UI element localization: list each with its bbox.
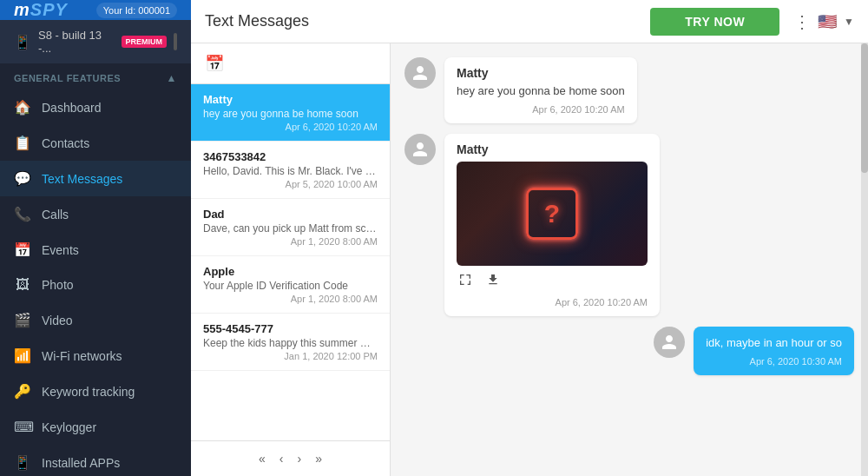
- message-date: Jan 1, 2020 12:00 PM: [203, 351, 378, 361]
- sidebar-item-events[interactable]: 📅 Events: [0, 232, 191, 268]
- sidebar-item-calls[interactable]: 📞 Calls: [0, 196, 191, 232]
- device-icon: 📱: [14, 34, 31, 50]
- main-area: Text Messages TRY NOW ⋮ 🇺🇸 ▼ 📅 Matty hey…: [191, 0, 868, 476]
- chat-panel: Matty hey are you gonna be home soon Apr…: [391, 43, 868, 476]
- sidebar-item-wifi[interactable]: 📶 Wi-Fi networks: [0, 338, 191, 374]
- prev-page-button[interactable]: ‹: [274, 448, 289, 469]
- sidebar-item-text-messages[interactable]: 💬 Text Messages: [0, 161, 191, 196]
- message-preview: Dave, can you pick up Matt from schoo...: [203, 222, 378, 235]
- list-item[interactable]: 3467533842 Hello, David. This is Mr. Bla…: [191, 142, 390, 199]
- last-page-button[interactable]: »: [310, 448, 327, 469]
- events-icon: 📅: [14, 241, 31, 258]
- content-area: 📅 Matty hey are you gonna be home soon A…: [191, 43, 868, 476]
- sidebar-item-photo[interactable]: 🖼 Photo: [0, 268, 191, 302]
- message-list-panel: 📅 Matty hey are you gonna be home soon A…: [191, 43, 391, 476]
- sidebar-item-label: Keylogger: [42, 420, 96, 434]
- chat-scrollbar-thumb: [861, 43, 868, 173]
- avatar: [404, 57, 436, 89]
- sidebar-nav: 🏠 Dashboard 📋 Contacts 💬 Text Messages 📞…: [0, 89, 191, 476]
- sidebar-item-label: Dashboard: [42, 101, 102, 115]
- message-bubble-with-image: Matty ?: [444, 134, 660, 316]
- message-preview: Your Apple ID Verification Code: [203, 280, 378, 292]
- sidebar-item-label: Text Messages: [42, 172, 122, 186]
- sidebar-item-label: Wi-Fi networks: [42, 349, 122, 363]
- top-bar: Text Messages TRY NOW ⋮ 🇺🇸 ▼: [191, 0, 868, 43]
- dropdown-chevron-icon[interactable]: ▼: [844, 16, 854, 28]
- sidebar-item-video[interactable]: 🎬 Video: [0, 302, 191, 338]
- message-date: Apr 1, 2020 8:00 AM: [203, 236, 378, 247]
- sidebar-item-contacts[interactable]: 📋 Contacts: [0, 125, 191, 161]
- message-bubble-wrapper-outgoing: idk, maybe in an hour or so Apr 6, 2020 …: [404, 327, 854, 375]
- more-options-icon[interactable]: ⋮: [793, 11, 811, 32]
- list-item[interactable]: 555-4545-777 Keep the kids happy this su…: [191, 314, 390, 371]
- flag-icon[interactable]: 🇺🇸: [818, 12, 837, 31]
- first-page-button[interactable]: «: [253, 448, 271, 469]
- sidebar-item-label: Events: [42, 243, 79, 257]
- contact-name: Dad: [203, 208, 378, 221]
- bubble-time: Apr 6, 2020 10:30 AM: [706, 356, 842, 367]
- expand-image-button[interactable]: [457, 271, 474, 292]
- image-actions: [457, 271, 648, 292]
- contacts-icon: 📋: [14, 135, 31, 151]
- section-label: GENERAL FEATURES ▲: [0, 63, 191, 89]
- video-icon: 🎬: [14, 312, 31, 328]
- message-preview: hey are you gonna be home soon: [203, 108, 378, 120]
- message-preview: Keep the kids happy this summer with ...: [203, 337, 378, 349]
- calls-icon: 📞: [14, 206, 31, 222]
- wifi-icon: 📶: [14, 347, 31, 364]
- premium-badge: PREMIUM: [122, 36, 168, 48]
- list-item[interactable]: Dad Dave, can you pick up Matt from scho…: [191, 199, 390, 256]
- message-bubble-outgoing: idk, maybe in an hour or so Apr 6, 2020 …: [694, 327, 854, 375]
- top-actions: ⋮ 🇺🇸 ▼: [793, 11, 854, 32]
- bubble-text: idk, maybe in an hour or so: [706, 335, 842, 351]
- logo: mSPY: [14, 0, 68, 20]
- calendar-icon: 📅: [205, 55, 224, 72]
- sidebar-item-label: Calls: [42, 208, 69, 221]
- bubble-time: Apr 6, 2020 10:20 AM: [457, 104, 625, 115]
- device-name: S8 - build 13 -...: [38, 29, 115, 55]
- contact-name: Matty: [203, 93, 378, 106]
- chevron-up-icon: ▲: [167, 72, 177, 84]
- bubble-text: hey are you gonna be home soon: [457, 83, 625, 99]
- message-bubble: Matty hey are you gonna be home soon Apr…: [444, 57, 637, 123]
- sidebar-item-dashboard[interactable]: 🏠 Dashboard: [0, 89, 191, 125]
- messages-icon: 💬: [14, 170, 31, 187]
- bubble-contact: Matty: [457, 142, 648, 156]
- question-mark-box: ?: [526, 188, 578, 240]
- user-id-label: Your Id: 000001: [96, 3, 177, 18]
- sidebar-item-label: Photo: [42, 278, 74, 292]
- sidebar-item-keyword-tracking[interactable]: 🔑 Keyword tracking: [0, 374, 191, 409]
- next-page-button[interactable]: ›: [293, 448, 307, 469]
- photo-icon: 🖼: [14, 277, 31, 293]
- message-date: Apr 5, 2020 10:00 AM: [203, 179, 378, 189]
- sidebar-item-label: Installed APPs: [42, 456, 120, 470]
- message-preview: Hello, David. This is Mr. Black. I've no…: [203, 165, 378, 177]
- try-now-button[interactable]: TRY NOW: [650, 8, 779, 36]
- keylogger-icon: ⌨: [14, 419, 31, 435]
- avatar: [654, 327, 685, 358]
- sidebar-header: mSPY Your Id: 000001: [0, 0, 191, 20]
- sidebar-item-installed-apps[interactable]: 📱 Installed APPs: [0, 445, 191, 476]
- chat-scrollbar[interactable]: [861, 43, 868, 476]
- sidebar-item-label: Contacts: [42, 136, 89, 150]
- device-row[interactable]: 📱 S8 - build 13 -... PREMIUM: [0, 20, 191, 63]
- sidebar-item-keylogger[interactable]: ⌨ Keylogger: [0, 409, 191, 445]
- list-item[interactable]: Apple Your Apple ID Verification Code Ap…: [191, 256, 390, 314]
- scroll-indicator: [174, 33, 177, 50]
- message-date: Apr 1, 2020 8:00 AM: [203, 294, 378, 304]
- page-title: Text Messages: [205, 12, 636, 30]
- message-image: ?: [457, 162, 648, 266]
- contact-name: 555-4545-777: [203, 322, 378, 335]
- message-bubble-wrapper: Matty ?: [404, 134, 854, 316]
- chat-messages: Matty hey are you gonna be home soon Apr…: [391, 43, 868, 476]
- pagination: « ‹ › »: [191, 440, 390, 476]
- sidebar-item-label: Keyword tracking: [42, 385, 135, 399]
- calendar-header[interactable]: 📅: [191, 43, 390, 84]
- download-image-button[interactable]: [484, 271, 502, 292]
- home-icon: 🏠: [14, 99, 31, 116]
- message-date: Apr 6, 2020 10:20 AM: [203, 122, 378, 132]
- list-item[interactable]: Matty hey are you gonna be home soon Apr…: [191, 84, 390, 142]
- apps-icon: 📱: [14, 454, 31, 471]
- avatar: [404, 134, 436, 165]
- bubble-time: Apr 6, 2020 10:20 AM: [457, 297, 648, 307]
